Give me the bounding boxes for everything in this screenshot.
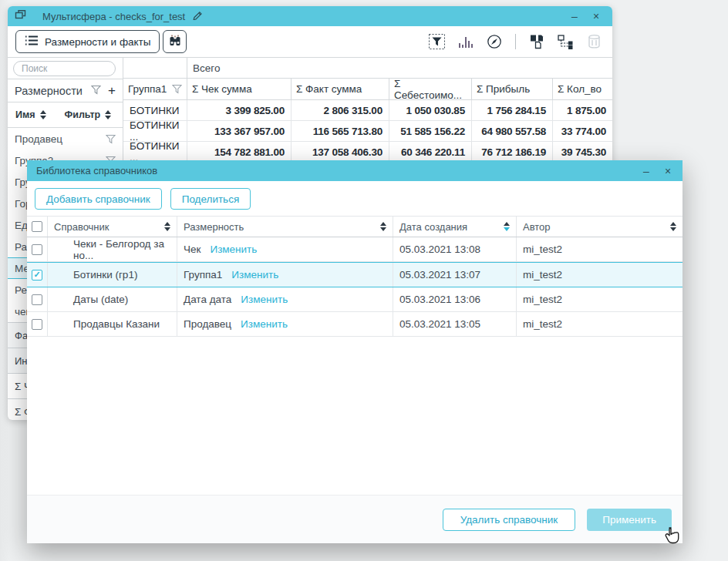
pivot-column-header[interactable]: Σ Прибыль [472, 79, 553, 99]
apply-button[interactable]: Применить [587, 509, 672, 531]
pivot-row[interactable]: БОТИНКИ ... 133 367 957.00 116 565 713.8… [123, 121, 612, 142]
edit-title-icon[interactable] [192, 9, 204, 23]
sidebar-item-prodavec[interactable]: Продавец [8, 128, 123, 149]
column-header-created[interactable]: Дата создания [393, 217, 517, 237]
column-header-author[interactable]: Автор [517, 217, 682, 237]
trash-icon [587, 34, 602, 49]
dimensions-facts-label: Размерности и факты [45, 36, 150, 48]
column-header-dictionary[interactable]: Справочник [48, 217, 177, 237]
sort-icon [670, 222, 676, 231]
pivot-column-header[interactable]: Σ Кол_во [553, 79, 612, 99]
pivot-row[interactable]: БОТИНКИ ... 154 782 881.00 137 058 406.3… [123, 142, 612, 163]
funnel-icon [172, 84, 182, 94]
sort-by-name[interactable]: Имя [15, 109, 46, 120]
hierarchy-icon[interactable] [558, 35, 574, 49]
row-checkbox[interactable]: ✓ [27, 287, 48, 311]
copy-documents-icon[interactable] [529, 34, 544, 49]
row-checkbox[interactable]: ✓ [27, 312, 48, 336]
filter-funnel-icon[interactable] [91, 84, 101, 98]
mouse-cursor-hand [665, 527, 682, 549]
dictionary-row[interactable]: ✓ Даты (date) Дата дата Изменить 05.03.2… [27, 287, 682, 312]
pivot-column-header[interactable]: Σ Факт сумма [292, 79, 389, 99]
dialog-footer: Удалить справочник Применить [27, 495, 682, 543]
minimize-button[interactable]: – [568, 9, 581, 23]
row-checkbox-checked[interactable]: ✓ [27, 263, 48, 287]
dimensions-facts-button[interactable]: Размерности и факты [15, 30, 160, 53]
dialog-titlebar: Библиотека справочников – × [27, 160, 682, 181]
sort-by-filter[interactable]: Фильтр [65, 109, 112, 120]
cascade-windows-icon [15, 9, 26, 23]
dictionaries-table: ✓ Справочник Размерность Дата создания А… [27, 216, 682, 337]
dictionary-row-selected[interactable]: ✓ Ботинки (гр1) Группа1 Изменить 05.03.2… [27, 262, 682, 287]
funnel-icon [106, 134, 116, 144]
pivot-row[interactable]: БОТИНКИ 3 399 825.00 2 806 315.00 1 050 … [123, 100, 612, 121]
dictionary-row[interactable]: ✓ Продавцы Казани Продавец Изменить 05.0… [27, 312, 682, 337]
dotted-list-icon [25, 35, 39, 49]
dialog-close-button[interactable]: × [661, 164, 675, 178]
edit-link[interactable]: Изменить [241, 318, 288, 330]
main-toolbar: Размерности и факты [8, 26, 612, 58]
library-dialog: Библиотека справочников – × Добавить спр… [27, 160, 682, 543]
main-titlebar: Мультисфера - checks_for_test – × [8, 6, 612, 26]
edit-link[interactable]: Изменить [241, 294, 288, 305]
pivot-column-header[interactable]: Группа1 [123, 79, 187, 99]
toolbar-separator [515, 34, 516, 49]
sort-icon-active-desc [504, 222, 510, 231]
row-checkbox[interactable]: ✓ [27, 237, 48, 261]
sort-icon [380, 222, 386, 231]
close-button[interactable]: × [589, 9, 603, 23]
bar-chart-icon[interactable] [458, 35, 474, 49]
dialog-minimize-button[interactable]: – [639, 164, 653, 178]
delete-dictionary-button[interactable]: Удалить справочник [443, 509, 576, 531]
compass-icon[interactable] [487, 34, 502, 49]
dimensions-section-title: Размерности [15, 85, 83, 97]
binoculars-button[interactable] [163, 30, 187, 53]
add-dictionary-button[interactable]: Добавить справочник [35, 188, 162, 210]
binoculars-icon [168, 34, 182, 49]
dictionary-row[interactable]: ✓ Чеки - Белгород за но... Чек Изменить … [27, 237, 682, 262]
select-all-checkbox[interactable]: ✓ [27, 217, 48, 237]
edit-link[interactable]: Изменить [210, 244, 257, 255]
pivot-column-header[interactable]: Σ Себестоимо... [389, 79, 472, 99]
filter-selection-icon[interactable] [429, 34, 445, 49]
search-input[interactable] [13, 61, 116, 76]
dialog-title: Библиотека справочников [36, 165, 157, 176]
edit-link[interactable]: Изменить [231, 269, 278, 280]
window-title: Мультисфера - checks_for_test [42, 11, 185, 22]
pivot-corner-cell [123, 58, 187, 78]
share-button[interactable]: Поделиться [170, 188, 251, 210]
pivot-total-header: Всего [187, 58, 612, 78]
sort-icon [164, 222, 170, 231]
pivot-column-header[interactable]: Σ Чек сумма [187, 79, 292, 99]
add-dimension-icon[interactable]: + [108, 84, 116, 97]
column-header-dimension[interactable]: Размерность [177, 217, 393, 237]
